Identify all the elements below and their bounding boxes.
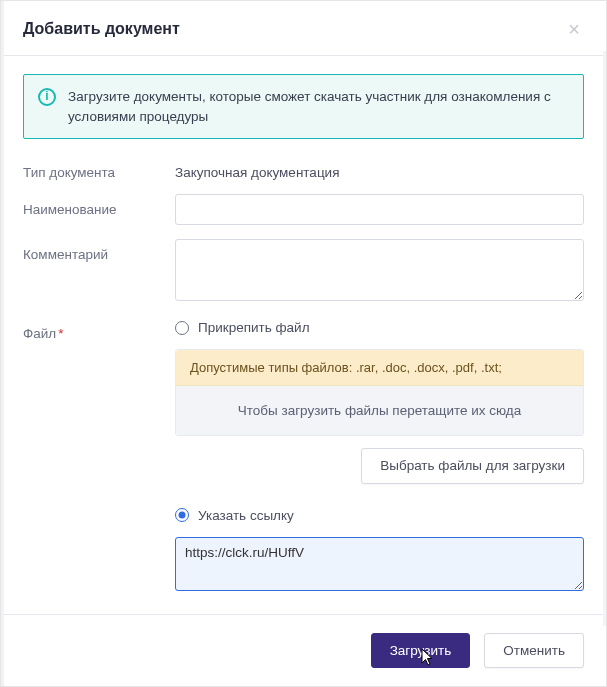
choose-file-button[interactable]: Выбрать файлы для загрузки	[361, 448, 584, 484]
choose-file-wrap: Выбрать файлы для загрузки	[175, 448, 584, 484]
comment-input[interactable]	[175, 239, 584, 301]
link-block	[175, 537, 584, 594]
radio-attach-file[interactable]: Прикрепить файл	[175, 318, 584, 337]
radio-icon-checked	[175, 508, 189, 522]
link-input[interactable]	[175, 537, 584, 591]
add-document-modal: Добавить документ × i Загрузите документ…	[0, 0, 607, 687]
submit-button[interactable]: Загрузить	[371, 633, 471, 669]
label-file: Файл*	[23, 318, 175, 594]
radio-link[interactable]: Указать ссылку	[175, 506, 584, 525]
radio-attach-label: Прикрепить файл	[198, 320, 310, 335]
radio-link-label: Указать ссылку	[198, 508, 294, 523]
label-doc-type: Тип документа	[23, 157, 175, 180]
file-hints: Допустимые типы файлов: .rar, .doc, .doc…	[175, 349, 584, 436]
required-asterisk: *	[58, 326, 63, 341]
modal-footer: Загрузить Отменить	[1, 614, 606, 687]
modal-title: Добавить документ	[23, 20, 180, 38]
row-comment: Комментарий	[23, 239, 584, 304]
cancel-button[interactable]: Отменить	[484, 633, 584, 669]
value-doc-type: Закупочная документация	[175, 157, 584, 180]
row-name: Наименование	[23, 194, 584, 225]
drop-zone[interactable]: Чтобы загрузить файлы перетащите их сюда	[176, 386, 583, 435]
label-file-text: Файл	[23, 326, 56, 341]
info-icon: i	[38, 88, 56, 106]
row-file: Файл* Прикрепить файл Допустимые типы фа…	[23, 318, 584, 594]
info-alert: i Загрузите документы, которые сможет ск…	[23, 74, 584, 139]
label-comment: Комментарий	[23, 239, 175, 304]
modal-header: Добавить документ ×	[1, 1, 606, 55]
bg-edge-right	[603, 51, 606, 626]
close-icon[interactable]: ×	[564, 17, 584, 41]
row-doc-type: Тип документа Закупочная документация	[23, 157, 584, 180]
modal-body: i Загрузите документы, которые сможет ск…	[1, 56, 606, 614]
label-name: Наименование	[23, 194, 175, 225]
alert-text: Загрузите документы, которые сможет скач…	[68, 87, 569, 126]
bg-edge-left	[1, 1, 4, 686]
allowed-types-hint: Допустимые типы файлов: .rar, .doc, .doc…	[176, 350, 583, 386]
radio-icon-unchecked	[175, 321, 189, 335]
name-input[interactable]	[175, 194, 584, 225]
